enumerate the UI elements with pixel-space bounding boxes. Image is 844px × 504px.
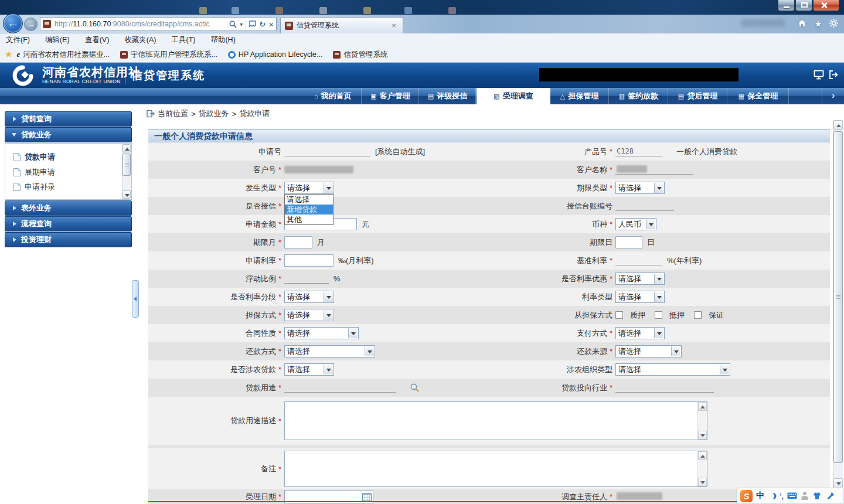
- scroll-down-button[interactable]: [833, 478, 843, 488]
- sidebar-collapse-handle[interactable]: [132, 280, 139, 318]
- skin-tshirt-icon[interactable]: [812, 492, 822, 500]
- menu-file[interactable]: 文件(F): [6, 35, 30, 45]
- browser-tab[interactable]: 信贷管理系统 ×: [280, 17, 403, 33]
- nav-more-arrow[interactable]: ›: [822, 88, 844, 104]
- currency-select[interactable]: 人民币: [615, 218, 656, 230]
- guarantee-select[interactable]: 请选择: [284, 309, 334, 321]
- url-text[interactable]: http://11.0.160.70:9080/cms/creditapp/cm…: [55, 20, 229, 28]
- dropdown-option-other[interactable]: 其他: [285, 214, 333, 224]
- pledge-checkbox[interactable]: [615, 311, 623, 319]
- term-month-input[interactable]: [284, 236, 312, 248]
- scrollbar-thumb[interactable]: [122, 154, 131, 176]
- dropdown-option-new-loan[interactable]: 新增贷款: [285, 205, 333, 214]
- tab-close-icon[interactable]: ×: [389, 21, 399, 30]
- monitor-icon[interactable]: [814, 70, 824, 80]
- rate-discount-select[interactable]: 请选择: [615, 273, 665, 285]
- customer-name-input[interactable]: [615, 165, 693, 175]
- contract-nature-select[interactable]: 请选择: [284, 327, 359, 339]
- keyboard-icon[interactable]: [787, 492, 797, 499]
- sidebar-section-preloan-query[interactable]: 贷前查询: [5, 111, 132, 127]
- credit-ledger-input[interactable]: [615, 201, 674, 211]
- minimize-button[interactable]: [778, 0, 795, 11]
- dropdown-option-please-select[interactable]: 请选择: [285, 195, 333, 205]
- loan-purpose-input[interactable]: [284, 383, 396, 393]
- close-button[interactable]: [813, 0, 839, 11]
- scrollbar-thumb[interactable]: [833, 131, 843, 463]
- textarea-scrollbar[interactable]: [697, 402, 707, 440]
- term-type-select[interactable]: 请选择: [615, 182, 665, 194]
- submenu-scrollbar[interactable]: [122, 144, 131, 199]
- add-favorite-icon[interactable]: ★: [5, 49, 12, 60]
- scroll-down-button[interactable]: [698, 478, 707, 486]
- scroll-up-button[interactable]: [698, 402, 707, 411]
- sidebar-section-offbalance[interactable]: 表外业务: [5, 200, 132, 216]
- favorite-item[interactable]: HP Application Lifecycle...: [228, 50, 323, 59]
- scroll-down-button[interactable]: [122, 190, 131, 199]
- menu-tools[interactable]: 工具(T): [171, 35, 195, 45]
- scroll-up-button[interactable]: [122, 144, 131, 152]
- menu-view[interactable]: 查看(V): [85, 35, 110, 45]
- repay-source-select[interactable]: 请选择: [615, 345, 682, 357]
- menu-edit[interactable]: 编辑(E): [45, 35, 70, 45]
- fullwidth-moon-icon[interactable]: [768, 493, 774, 499]
- textarea-scrollbar[interactable]: [697, 451, 707, 486]
- scroll-up-button[interactable]: [698, 451, 707, 460]
- logout-icon[interactable]: [828, 70, 839, 80]
- sidebar-section-investment[interactable]: 投资理财: [5, 232, 132, 247]
- tab-acceptance-investigation[interactable]: ▧受理调查: [477, 88, 550, 104]
- back-button[interactable]: ←: [3, 13, 23, 33]
- maximize-button[interactable]: [795, 0, 812, 11]
- scroll-up-button[interactable]: [833, 120, 843, 130]
- repay-method-select[interactable]: 请选择: [284, 345, 375, 357]
- sidebar-section-process-query[interactable]: 流程查询: [5, 216, 132, 231]
- favorites-button[interactable]: ★: [812, 18, 824, 30]
- forward-button[interactable]: →: [24, 18, 38, 31]
- loan-industry-input[interactable]: [615, 383, 714, 393]
- home-button[interactable]: [796, 18, 808, 30]
- scroll-down-button[interactable]: [698, 431, 707, 440]
- user-profile-icon[interactable]: [801, 492, 809, 500]
- purpose-desc-textarea[interactable]: [284, 401, 707, 440]
- search-icon[interactable]: [229, 21, 237, 28]
- tab-contract-loan[interactable]: ▥签约放款: [610, 88, 668, 104]
- occur-type-select[interactable]: 请选择: [284, 182, 334, 194]
- sidebar-item-loan-application[interactable]: 贷款申请: [13, 152, 55, 162]
- product-no-input[interactable]: C128: [615, 147, 662, 156]
- tab-guarantee-mgmt[interactable]: △担保管理: [550, 88, 609, 104]
- favorite-item[interactable]: 信贷管理系统: [333, 50, 387, 60]
- menu-favorites[interactable]: 收藏夹(A): [124, 35, 156, 45]
- base-rate-input[interactable]: [615, 256, 662, 265]
- agri-loan-select[interactable]: 请选择: [284, 363, 334, 376]
- sogou-logo-icon[interactable]: S: [740, 490, 753, 502]
- app-no-input[interactable]: [284, 147, 370, 156]
- apply-rate-input[interactable]: [284, 254, 333, 267]
- page-scrollbar[interactable]: [833, 120, 843, 488]
- settings-wrench-icon[interactable]: [825, 492, 834, 500]
- tab-preservation-mgmt[interactable]: ▦保全管理: [728, 88, 789, 104]
- tab-rating-credit[interactable]: ▤评级授信: [420, 88, 476, 104]
- lookup-magnifier-icon[interactable]: [410, 383, 420, 393]
- refresh-icon[interactable]: ↻: [259, 20, 266, 29]
- term-day-input[interactable]: [615, 236, 642, 248]
- remark-textarea[interactable]: [284, 451, 707, 487]
- rate-type-select[interactable]: 请选择: [615, 291, 665, 303]
- agri-org-select[interactable]: 请选择: [615, 363, 730, 376]
- pay-method-select[interactable]: 请选择: [615, 327, 665, 339]
- address-bar[interactable]: http://11.0.160.70:9080/cms/creditapp/cm…: [40, 17, 277, 31]
- calendar-icon[interactable]: [362, 492, 372, 501]
- tools-button[interactable]: [828, 18, 839, 30]
- sidebar-item-application-supplement[interactable]: 申请补录: [13, 182, 55, 192]
- rate-segment-select[interactable]: 请选择: [284, 291, 334, 303]
- float-ratio-input[interactable]: [284, 274, 329, 284]
- sidebar-section-loan-business[interactable]: 贷款业务: [5, 127, 132, 142]
- mortgage-checkbox[interactable]: [655, 311, 662, 319]
- tab-customer-mgmt[interactable]: ▣客户管理: [362, 88, 419, 104]
- punctuation-icon[interactable]: ’,: [780, 492, 784, 500]
- stop-icon[interactable]: ×: [268, 19, 274, 29]
- compatibility-view-icon[interactable]: [249, 21, 256, 28]
- guarantee-checkbox[interactable]: [694, 311, 702, 319]
- favorite-item[interactable]: e河南省农村信用社票据业...: [16, 50, 109, 60]
- menu-help[interactable]: 帮助(H): [210, 35, 235, 45]
- tab-my-home[interactable]: ⌂我的首页: [305, 88, 362, 104]
- chinese-mode-icon[interactable]: 中: [756, 491, 764, 501]
